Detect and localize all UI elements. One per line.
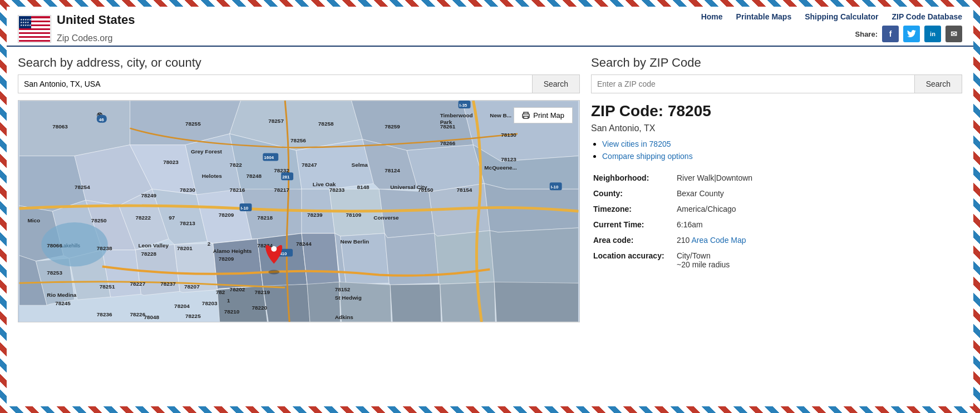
svg-marker-53 [490,228,578,284]
svg-text:78228: 78228 [141,251,156,257]
share-linkedin-button[interactable]: in [924,26,941,42]
svg-marker-58 [390,284,441,322]
svg-text:78249: 78249 [141,192,156,198]
svg-text:78130: 78130 [501,132,516,138]
svg-text:78222: 78222 [135,215,151,221]
svg-text:Leon Valley: Leon Valley [138,242,169,248]
svg-text:Lakehills: Lakehills [61,243,80,248]
svg-text:Park: Park [440,119,452,125]
svg-text:78109: 78109 [346,212,362,218]
svg-text:78257: 78257 [268,118,284,124]
nav-zip-database[interactable]: ZIP Code Database [892,12,962,21]
svg-text:78218: 78218 [257,215,273,221]
print-map-button[interactable]: Print Map [514,107,573,123]
svg-text:Helotes: Helotes [202,173,222,179]
svg-point-156 [271,246,277,252]
current-time-value: 6:16am [674,217,962,232]
current-time-key: Current Time: [591,217,674,232]
svg-text:78230: 78230 [180,187,195,193]
logo-title-line2: Zip Codes.org [57,28,135,45]
svg-text:78048: 78048 [144,314,159,320]
svg-text:78216: 78216 [230,187,245,193]
county-value: Bexar County [674,186,962,201]
svg-rect-4 [19,30,50,32]
svg-text:New Berlin: New Berlin [341,238,369,245]
svg-text:78237: 78237 [160,281,176,287]
svg-text:78251: 78251 [100,283,115,290]
table-row: County: Bexar County [591,186,962,201]
timezone-value: America/Chicago [674,201,962,217]
zip-link-cities: View cities in 78205 [602,139,962,149]
svg-text:78256: 78256 [290,137,306,143]
svg-text:78023: 78023 [163,159,179,165]
svg-text:Converse: Converse [373,215,399,221]
svg-marker-37 [379,189,435,238]
svg-text:Rio Medina: Rio Medina [47,292,76,298]
svg-text:46: 46 [99,117,104,122]
location-accuracy-value: City/Town~20 mile radius [674,248,962,272]
svg-text:78254: 78254 [75,184,90,190]
zip-search-label: Search by ZIP Code [591,56,962,70]
svg-text:Grey Forest: Grey Forest [191,148,222,155]
address-search-label: Search by address, city, or county [18,56,580,70]
header-right: Home Printable Maps Shipping Calculator … [701,12,962,46]
svg-text:782: 782 [216,289,225,295]
nav-printable-maps[interactable]: Printable Maps [736,12,792,21]
svg-text:78204: 78204 [174,303,190,309]
svg-text:78209: 78209 [219,256,234,262]
nav-links: Home Printable Maps Shipping Calculator … [701,12,962,21]
svg-marker-46 [213,239,263,290]
nav-shipping-calculator[interactable]: Shipping Calculator [805,12,878,21]
svg-text:78244: 78244 [296,241,312,247]
share-email-button[interactable]: ✉ [945,26,962,42]
nav-home[interactable]: Home [701,12,723,21]
address-search-input[interactable] [18,74,532,93]
svg-text:Adkins: Adkins [335,314,354,320]
svg-text:New B...: New B... [490,112,511,118]
zip-code-title: ZIP Code: 78205 [591,102,962,120]
svg-text:8148: 8148 [357,184,370,190]
view-cities-link[interactable]: View cities in 78205 [602,140,671,148]
map-svg: Lakehills 78063 ⑯ 78255 78257 78256 7825… [18,101,579,322]
logo-flag: ★★★★★ ★★★★ ★★★★★ [18,15,51,43]
svg-text:★★★★★: ★★★★★ [20,23,32,27]
svg-marker-51 [385,233,439,285]
zip-search-button[interactable]: Search [914,74,962,93]
compare-shipping-link[interactable]: Compare shipping options [602,152,693,161]
location-accuracy-key: Location accuracy: [591,248,674,272]
svg-text:78239: 78239 [307,212,323,218]
table-row: Timezone: America/Chicago [591,201,962,217]
zip-info: ZIP Code: 78205 San Antonio, TX View cit… [591,102,962,272]
area-code-map-link[interactable]: Area Code Map [691,236,746,245]
svg-text:78253: 78253 [47,270,62,276]
svg-text:I-10: I-10 [551,185,559,190]
svg-text:281: 281 [282,175,290,180]
svg-text:78245: 78245 [55,300,71,306]
address-search-button[interactable]: Search [532,74,580,93]
svg-text:78227: 78227 [130,281,146,287]
svg-text:1604: 1604 [264,155,274,160]
share-facebook-button[interactable]: f [882,26,899,42]
share-area: Share: f in ✉ [855,26,962,46]
share-label: Share: [855,30,878,38]
content-area: Search by address, city, or county Searc… [7,47,973,331]
svg-text:78154: 78154 [457,187,472,193]
zip-links-list: View cities in 78205 Compare shipping op… [591,139,962,161]
logo-title-line1: United States [57,13,135,27]
svg-text:78063: 78063 [52,123,68,130]
table-row: Area code: 210 Area Code Map [591,232,962,248]
svg-point-155 [268,270,279,274]
svg-text:Selma: Selma [352,162,368,168]
svg-text:78213: 78213 [180,220,195,226]
address-search-row: Search [18,74,580,93]
svg-text:Timberwood: Timberwood [440,112,473,118]
svg-text:78259: 78259 [385,123,400,130]
svg-marker-14 [19,101,130,156]
svg-text:78236: 78236 [97,311,112,317]
svg-text:78233: 78233 [329,187,345,193]
table-row: Location accuracy: City/Town~20 mile rad… [591,248,962,272]
zip-search-input[interactable] [591,74,914,93]
timezone-key: Timezone: [591,201,674,217]
svg-text:78225: 78225 [185,313,201,319]
share-twitter-button[interactable] [903,26,920,42]
